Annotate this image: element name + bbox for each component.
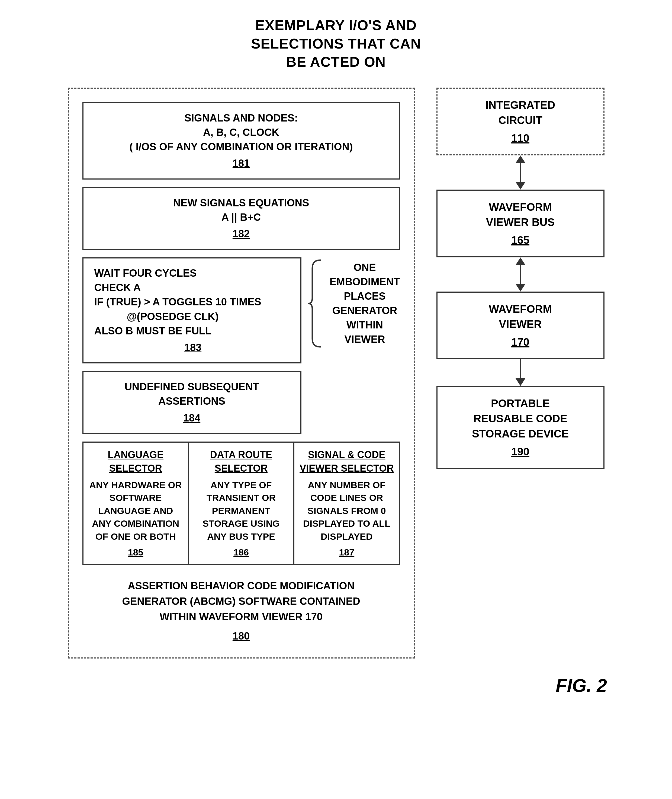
selector-187: SIGNAL & CODE VIEWER SELECTOR ANY NUMBER… xyxy=(294,443,399,564)
ic-box: INTEGRATED CIRCUIT 110 xyxy=(437,88,605,156)
fig-label: FIG. 2 xyxy=(556,675,607,696)
middle-section: WAIT FOUR CYCLES CHECK A IF (TRUE) > A T… xyxy=(82,257,400,434)
arrowhead-up xyxy=(515,156,525,163)
waveform-viewer-bus-box: WAVEFORM VIEWER BUS 165 xyxy=(437,189,605,257)
arrow-line xyxy=(520,163,521,182)
box-181: SIGNALS AND NODES: A, B, C, CLOCK ( I/OS… xyxy=(82,102,400,180)
brace-area: ONE EMBODIMENT PLACES GENERATOR WITHIN V… xyxy=(307,257,400,350)
arrowhead-down3 xyxy=(515,379,525,386)
arrow-line2 xyxy=(520,265,521,284)
arrow-line3 xyxy=(520,359,521,379)
right-panel: INTEGRATED CIRCUIT 110 WAVEFORM VIEWER B… xyxy=(437,88,605,469)
box-182: NEW SIGNALS EQUATIONS A || B+C 182 xyxy=(82,187,400,250)
box-180: ASSERTION BEHAVIOR CODE MODIFICATION GEN… xyxy=(82,573,400,644)
waveform-viewer-box: WAVEFORM VIEWER 170 xyxy=(437,292,605,359)
portable-code-box: PORTABLE REUSABLE CODE STORAGE DEVICE 19… xyxy=(437,386,605,469)
arrowhead-up2 xyxy=(515,257,525,265)
main-diagram: SIGNALS AND NODES: A, B, C, CLOCK ( I/OS… xyxy=(11,88,661,658)
brace-icon xyxy=(307,257,323,350)
selector-186: DATA ROUTE SELECTOR ANY TYPE OF TRANSIEN… xyxy=(189,443,294,564)
row-selectors: LANGUAGE SELECTOR ANY HARDWARE OR SOFTWA… xyxy=(82,441,400,565)
arrowhead-down2 xyxy=(515,284,525,292)
box-184: UNDEFINED SUBSEQUENT ASSERTIONS 184 xyxy=(82,371,301,434)
arrow-ic-to-wvb xyxy=(515,156,525,189)
page-title: EXEMPLARY I/O'S AND SELECTIONS THAT CAN … xyxy=(251,16,421,71)
left-panel: SIGNALS AND NODES: A, B, C, CLOCK ( I/OS… xyxy=(68,88,415,658)
main-boxes: WAIT FOUR CYCLES CHECK A IF (TRUE) > A T… xyxy=(82,257,301,434)
box-183: WAIT FOUR CYCLES CHECK A IF (TRUE) > A T… xyxy=(82,257,301,363)
brace-label: ONE EMBODIMENT PLACES GENERATOR WITHIN V… xyxy=(330,260,400,347)
arrowhead-down xyxy=(515,182,525,189)
arrow-wvb-to-wv xyxy=(515,257,525,292)
selector-185: LANGUAGE SELECTOR ANY HARDWARE OR SOFTWA… xyxy=(83,443,189,564)
arrow-wv-to-prcs xyxy=(515,359,525,386)
